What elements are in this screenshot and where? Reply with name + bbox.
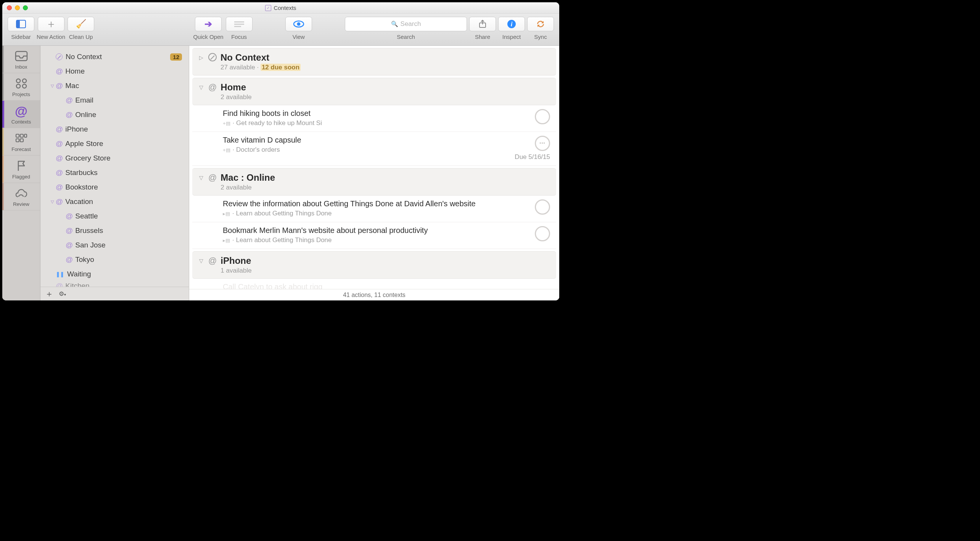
perspective-projects[interactable]: Projects	[2, 73, 40, 101]
context-label: Apple Store	[65, 140, 182, 148]
at-icon: @	[66, 241, 73, 249]
task-project: ▸▤ · Learn about Getting Things Done	[223, 236, 530, 244]
task-row[interactable]: Find hiking boots in closet+▤ · Get read…	[192, 105, 556, 132]
context-row[interactable]: ▽@Vacation	[40, 194, 189, 209]
perspective-contexts[interactable]: @Contexts	[2, 101, 40, 128]
group-header[interactable]: ▽@Home2 available	[192, 78, 556, 105]
zoom-window-button[interactable]	[23, 5, 28, 10]
group-header[interactable]: ▽@Mac : Online2 available	[192, 168, 556, 196]
at-icon: @	[66, 212, 73, 220]
context-label: Kitchen	[65, 282, 182, 287]
sidebar-icon	[16, 20, 26, 28]
perspective-inbox[interactable]: Inbox	[2, 46, 40, 73]
context-label: Brussels	[75, 226, 182, 235]
context-row[interactable]: @Home	[40, 64, 189, 79]
context-label: Tokyo	[75, 255, 182, 264]
svg-rect-18	[24, 134, 27, 137]
perspective-forecast[interactable]: Forecast	[2, 128, 40, 156]
quick-open-button[interactable]: ➔	[195, 17, 222, 31]
group-subtitle: 27 available · 12 due soon	[220, 64, 301, 71]
quick-open-label: Quick Open	[193, 34, 223, 40]
svg-text:i: i	[511, 21, 513, 28]
outline-view[interactable]: ▷No Context27 available · 12 due soon▽@H…	[189, 46, 559, 289]
context-label: No Context	[66, 53, 170, 61]
task-title: Find hiking boots in closet	[223, 109, 530, 118]
context-label: Grocery Store	[65, 154, 182, 162]
inspect-label: Inspect	[502, 34, 521, 40]
disclosure-triangle-icon[interactable]: ▽	[199, 84, 204, 90]
search-label: Search	[397, 34, 415, 40]
at-icon: @	[56, 169, 63, 177]
task-status-circle[interactable]	[535, 226, 550, 241]
sync-button[interactable]	[527, 17, 554, 31]
perspective-review[interactable]: Review	[2, 183, 40, 210]
context-row[interactable]: @Seattle	[40, 209, 189, 223]
context-label: Bookstore	[65, 183, 182, 191]
app-window: ✓ Contexts Sidebar ＋ New Action 🧹 Clean …	[2, 2, 559, 300]
context-row[interactable]: @Grocery Store	[40, 151, 189, 165]
flagged-icon	[16, 159, 27, 172]
project-icon: +▤	[223, 120, 230, 126]
search-field[interactable]: 🔍 Search	[345, 17, 467, 31]
at-icon: @	[66, 255, 73, 264]
group-header[interactable]: ▷No Context27 available · 12 due soon	[192, 48, 556, 75]
task-status-circle[interactable]	[535, 136, 550, 151]
disclosure-triangle-icon[interactable]: ▷	[199, 55, 204, 61]
window-controls	[7, 5, 28, 10]
project-icon: ▸▤	[223, 238, 230, 243]
sidebar-settings-button[interactable]: ⚙▾	[59, 290, 66, 298]
context-label: Waiting	[67, 270, 182, 278]
new-action-button[interactable]: ＋	[38, 17, 64, 31]
context-row[interactable]: @iPhone	[40, 122, 189, 136]
at-icon: @	[56, 67, 63, 75]
window-title: Contexts	[274, 5, 296, 11]
status-bar: 41 actions, 11 contexts	[189, 289, 559, 300]
inspect-button[interactable]: i	[498, 17, 525, 31]
at-icon: @	[56, 140, 63, 148]
context-row[interactable]: @Bookstore	[40, 180, 189, 194]
context-row[interactable]: No Context12	[40, 50, 189, 64]
disclosure-triangle-icon[interactable]: ▽	[49, 199, 56, 204]
close-window-button[interactable]	[7, 5, 12, 10]
no-context-icon	[208, 53, 217, 61]
perspective-label: Forecast	[11, 146, 31, 152]
focus-button[interactable]	[226, 17, 253, 31]
share-icon	[479, 20, 486, 28]
share-button[interactable]	[469, 17, 496, 31]
disclosure-triangle-icon[interactable]: ▽	[199, 175, 204, 181]
task-row[interactable]: Review the information about Getting Thi…	[192, 196, 556, 222]
context-row[interactable]: @Brussels	[40, 223, 189, 238]
task-status-circle[interactable]	[535, 109, 550, 124]
context-label: Email	[75, 96, 182, 104]
context-row[interactable]: ▽@Mac	[40, 79, 189, 93]
group-header[interactable]: ▽@iPhone1 available	[192, 251, 556, 279]
context-row[interactable]: @Starbucks	[40, 165, 189, 180]
perspective-label: Flagged	[12, 174, 30, 180]
plus-icon: ＋	[46, 17, 56, 31]
disclosure-triangle-icon[interactable]: ▽	[49, 83, 56, 88]
perspective-flagged[interactable]: Flagged	[2, 156, 40, 183]
context-row[interactable]: @Email	[40, 93, 189, 108]
at-icon: @	[56, 82, 63, 90]
context-label: Mac	[65, 82, 182, 90]
at-icon: @	[66, 226, 73, 235]
minimize-window-button[interactable]	[15, 5, 20, 10]
context-row[interactable]: @San Jose	[40, 238, 189, 252]
context-row[interactable]: @Tokyo	[40, 252, 189, 267]
disclosure-triangle-icon[interactable]: ▽	[199, 258, 204, 264]
sidebar-button[interactable]	[8, 17, 34, 31]
task-row[interactable]: Bookmark Merlin Mann's website about per…	[192, 222, 556, 249]
broom-icon: 🧹	[76, 19, 86, 29]
context-label: Seattle	[75, 212, 182, 220]
task-row[interactable]: Take vitamin D capsule+▤ · Doctor's orde…	[192, 132, 556, 166]
context-row[interactable]: ❚❚Waiting	[40, 267, 189, 281]
task-status-circle[interactable]	[535, 199, 550, 215]
context-row[interactable]: @Kitchen	[40, 281, 189, 287]
at-icon: @	[208, 82, 217, 92]
clean-up-button[interactable]: 🧹	[68, 17, 94, 31]
context-row[interactable]: @Online	[40, 108, 189, 122]
add-context-button[interactable]: ＋	[45, 288, 53, 300]
at-icon: @	[208, 256, 217, 266]
context-row[interactable]: @Apple Store	[40, 136, 189, 151]
view-button[interactable]	[285, 17, 312, 31]
